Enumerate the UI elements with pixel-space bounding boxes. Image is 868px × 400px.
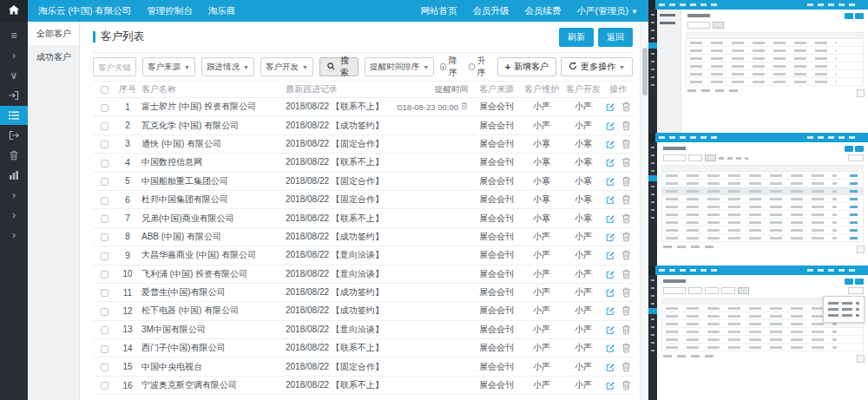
chart-icon[interactable]	[0, 166, 28, 185]
nav-shop[interactable]: 淘乐商	[208, 5, 236, 17]
delete-icon[interactable]	[621, 362, 631, 372]
delete-icon[interactable]	[621, 102, 631, 112]
radio-desc[interactable]	[440, 63, 446, 70]
row-checkbox[interactable]	[101, 104, 108, 112]
edit-icon[interactable]	[606, 362, 615, 372]
row-checkbox[interactable]	[101, 141, 108, 148]
user-menu[interactable]: 小严(管理员)▼	[577, 5, 638, 17]
delete-icon[interactable]	[621, 325, 631, 335]
row-customer-name: 爱普生(中国)有限公司	[140, 286, 284, 298]
edit-icon[interactable]	[606, 250, 615, 260]
logout-icon[interactable]	[0, 126, 28, 145]
nav-site-home[interactable]: 网站首页	[421, 5, 457, 17]
delete-icon[interactable]	[621, 213, 631, 224]
row-checkbox[interactable]	[101, 308, 108, 316]
chevron-right-icon[interactable]: ›	[0, 206, 28, 225]
edit-icon[interactable]	[606, 176, 615, 187]
back-button[interactable]: 返回	[598, 28, 633, 47]
sidebar-item-all-customers[interactable]: 全部客户	[28, 22, 79, 45]
chevron-down-icon[interactable]: ∨	[0, 66, 28, 85]
edit-icon[interactable]	[606, 287, 615, 298]
row-follow-record: 2018/08/22 【成功签约】	[284, 120, 397, 132]
preview-thumbnail-1[interactable]	[648, 0, 868, 133]
row-customer-name: 飞利浦 (中国) 投资有限公司	[140, 268, 284, 280]
delete-icon[interactable]	[621, 139, 631, 149]
menu-icon[interactable]: ≡	[0, 26, 28, 45]
chevron-right-icon[interactable]: ›	[0, 46, 28, 65]
row-checkbox[interactable]	[101, 289, 108, 297]
customer-list-icon[interactable]	[0, 106, 28, 125]
scrollbar-thumb[interactable]	[642, 48, 648, 95]
edit-icon[interactable]	[606, 269, 615, 279]
radio-asc[interactable]	[469, 63, 475, 70]
row-checkbox[interactable]	[101, 345, 108, 353]
nav-member-renew[interactable]: 会员续费	[525, 5, 562, 17]
row-checkbox[interactable]	[101, 233, 108, 241]
delete-icon[interactable]	[621, 343, 631, 353]
develop-select[interactable]: 客户开发▼	[260, 57, 313, 76]
row-checkbox[interactable]	[101, 122, 108, 130]
more-actions-button[interactable]: 更多操作▼	[561, 57, 633, 76]
navbar-right: 网站首页 会员升级 会员续费 小严(管理员)▼	[421, 5, 648, 17]
row-checkbox[interactable]	[101, 178, 108, 186]
login-icon[interactable]	[0, 86, 28, 105]
edit-icon[interactable]	[606, 343, 615, 353]
row-no: 8	[115, 232, 140, 241]
keyword-input[interactable]	[93, 57, 136, 76]
add-customer-button[interactable]: +新增客户	[497, 57, 556, 76]
edit-icon[interactable]	[606, 232, 615, 242]
row-checkbox[interactable]	[101, 160, 108, 167]
source-select[interactable]: 客户来源▼	[142, 57, 195, 76]
follow-select[interactable]: 跟进情况▼	[201, 57, 254, 76]
home-button[interactable]	[0, 0, 28, 22]
reminder-delete-icon[interactable]	[461, 102, 468, 112]
edit-icon[interactable]	[606, 325, 615, 335]
delete-icon[interactable]	[621, 176, 631, 187]
row-checkbox[interactable]	[101, 271, 108, 279]
preview-thumbnail-2[interactable]	[648, 133, 868, 266]
mini-row	[662, 172, 863, 180]
col-record: 最新跟进记录	[284, 83, 397, 95]
sort-asc-option[interactable]: 升序	[469, 55, 491, 79]
delete-icon[interactable]	[621, 269, 631, 279]
edit-icon[interactable]	[606, 102, 615, 112]
delete-icon[interactable]	[621, 287, 631, 298]
delete-icon[interactable]	[621, 232, 631, 242]
chevron-right-icon[interactable]: ›	[0, 226, 28, 245]
table-row: 4 中国数控信息网 2018/08/22 【联系不上】 展会会刊 小寒 小寒	[93, 154, 633, 172]
delete-icon[interactable]	[621, 194, 631, 205]
preview-thumbnail-3[interactable]	[648, 266, 868, 400]
refresh-button[interactable]: 刷新	[559, 28, 594, 47]
row-checkbox[interactable]	[101, 252, 108, 260]
chevron-right-icon[interactable]: ›	[0, 186, 28, 205]
sort-select[interactable]: 提醒时间排序▼	[365, 57, 434, 76]
row-checkbox[interactable]	[101, 364, 108, 371]
row-developer: 小严	[563, 361, 603, 373]
edit-icon[interactable]	[606, 121, 615, 131]
trash-icon[interactable]	[0, 146, 28, 165]
delete-icon[interactable]	[621, 250, 631, 260]
search-button[interactable]: 搜索	[319, 57, 358, 76]
row-checkbox[interactable]	[101, 215, 108, 223]
sidebar-item-success-customers[interactable]: 成功客户	[28, 45, 79, 69]
delete-icon[interactable]	[621, 157, 631, 167]
row-checkbox[interactable]	[101, 197, 108, 205]
nav-member-upgrade[interactable]: 会员升级	[473, 5, 510, 17]
nav-console[interactable]: 管理控制台	[147, 5, 193, 17]
sort-desc-option[interactable]: 降序	[440, 55, 463, 79]
edit-icon[interactable]	[606, 139, 615, 149]
select-all-checkbox[interactable]	[101, 86, 108, 94]
home-icon	[9, 5, 19, 16]
delete-icon[interactable]	[621, 380, 631, 390]
row-checkbox[interactable]	[101, 382, 108, 390]
row-checkbox[interactable]	[101, 326, 108, 334]
edit-icon[interactable]	[606, 157, 615, 167]
edit-icon[interactable]	[606, 194, 615, 205]
edit-icon[interactable]	[606, 213, 615, 224]
delete-icon[interactable]	[621, 121, 631, 131]
edit-icon[interactable]	[606, 380, 615, 390]
delete-icon[interactable]	[621, 305, 631, 316]
brand[interactable]: 淘乐云 (中国) 有限公司	[38, 5, 131, 17]
vertical-scrollbar	[640, 22, 648, 400]
edit-icon[interactable]	[606, 305, 615, 316]
